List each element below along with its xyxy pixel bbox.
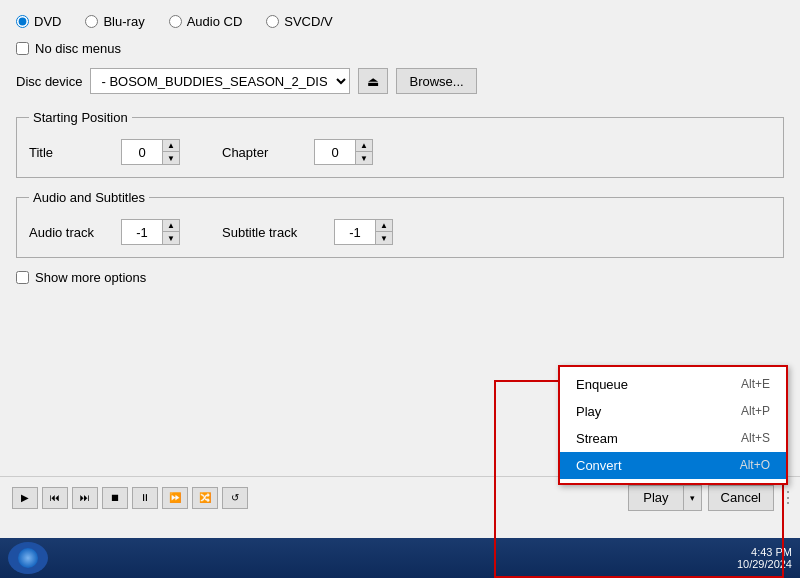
starting-position-fieldset: Starting Position Title 0 ▲ ▼ Chapter 0 …: [16, 110, 784, 178]
media-btn-7[interactable]: ↺: [222, 487, 248, 509]
show-more-checkbox[interactable]: [16, 271, 29, 284]
source-type-group: DVD Blu-ray Audio CD SVCD/V: [16, 10, 784, 29]
svcd-label: SVCD/V: [284, 14, 332, 29]
play-split-button: Play ▾: [628, 485, 701, 511]
enqueue-menu-item[interactable]: Enqueue Alt+E: [560, 371, 786, 398]
audio-cd-radio[interactable]: [169, 15, 182, 28]
play-dropdown-arrow[interactable]: ▾: [684, 485, 702, 511]
chapter-label: Chapter: [222, 145, 302, 160]
action-buttons: Enqueue Alt+E Play Alt+P Stream Alt+S Co…: [628, 485, 788, 511]
title-down-button[interactable]: ▼: [163, 152, 179, 164]
media-controls: ▶ ⏮ ⏭ ⏹ ⏸ ⏩ 🔀 ↺: [12, 487, 248, 509]
system-tray: 4:43 PM 10/29/2024: [737, 546, 792, 570]
show-more-label: Show more options: [35, 270, 146, 285]
subtitle-track-down-button[interactable]: ▼: [376, 232, 392, 244]
enqueue-shortcut: Alt+E: [741, 377, 770, 391]
media-btn-6[interactable]: 🔀: [192, 487, 218, 509]
bottom-toolbar: ▶ ⏮ ⏭ ⏹ ⏸ ⏩ 🔀 ↺ Enqueue Alt+E Play Alt+P…: [0, 476, 800, 518]
play-dropdown-label: Play: [576, 404, 741, 419]
subtitle-track-input[interactable]: -1: [335, 220, 375, 244]
show-more-row: Show more options: [16, 270, 784, 285]
audio-track-spinner-buttons: ▲ ▼: [162, 220, 179, 244]
bluray-label: Blu-ray: [103, 14, 144, 29]
subtitle-track-spinner[interactable]: -1 ▲ ▼: [334, 219, 393, 245]
no-disc-menus-label: No disc menus: [35, 41, 121, 56]
chapter-spinner[interactable]: 0 ▲ ▼: [314, 139, 373, 165]
date: 10/29/2024: [737, 558, 792, 570]
chapter-spinner-buttons: ▲ ▼: [355, 140, 372, 164]
cancel-button[interactable]: Cancel: [708, 485, 774, 511]
media-btn-3[interactable]: ⏹: [102, 487, 128, 509]
title-label: Title: [29, 145, 109, 160]
play-menu-item[interactable]: Play Alt+P: [560, 398, 786, 425]
starting-position-legend: Starting Position: [29, 110, 132, 125]
disc-device-row: Disc device - BOSOM_BUDDIES_SEASON_2_DIS…: [16, 68, 784, 94]
media-btn-1[interactable]: ⏮: [42, 487, 68, 509]
dvd-radio-item[interactable]: DVD: [16, 14, 61, 29]
media-btn-4[interactable]: ⏸: [132, 487, 158, 509]
svcd-radio[interactable]: [266, 15, 279, 28]
bluray-radio[interactable]: [85, 15, 98, 28]
subtitle-track-spinner-buttons: ▲ ▼: [375, 220, 392, 244]
audio-subtitle-row: Audio track -1 ▲ ▼ Subtitle track -1 ▲ ▼: [29, 219, 771, 245]
dropdown-menu-inner: Enqueue Alt+E Play Alt+P Stream Alt+S Co…: [560, 367, 786, 483]
audio-cd-label: Audio CD: [187, 14, 243, 29]
chapter-up-button[interactable]: ▲: [356, 140, 372, 152]
stream-menu-item[interactable]: Stream Alt+S: [560, 425, 786, 452]
clock: 4:43 PM 10/29/2024: [737, 546, 792, 570]
title-spinner[interactable]: 0 ▲ ▼: [121, 139, 180, 165]
audio-cd-radio-item[interactable]: Audio CD: [169, 14, 243, 29]
title-up-button[interactable]: ▲: [163, 140, 179, 152]
disc-device-select[interactable]: - BOSOM_BUDDIES_SEASON_2_DISC_1: [90, 68, 350, 94]
no-disc-menus-row: No disc menus: [16, 41, 784, 56]
media-btn-2[interactable]: ⏭: [72, 487, 98, 509]
convert-label: Convert: [576, 458, 740, 473]
eject-icon: ⏏: [367, 74, 379, 89]
windows-logo-icon: [18, 548, 38, 568]
chapter-down-button[interactable]: ▼: [356, 152, 372, 164]
disc-device-label: Disc device: [16, 74, 82, 89]
title-row: Title 0 ▲ ▼ Chapter 0 ▲ ▼: [29, 139, 771, 165]
audio-track-spinner[interactable]: -1 ▲ ▼: [121, 219, 180, 245]
subtitle-track-up-button[interactable]: ▲: [376, 220, 392, 232]
subtitle-track-label: Subtitle track: [222, 225, 322, 240]
enqueue-label: Enqueue: [576, 377, 741, 392]
audio-track-up-button[interactable]: ▲: [163, 220, 179, 232]
audio-track-down-button[interactable]: ▼: [163, 232, 179, 244]
title-spinner-buttons: ▲ ▼: [162, 140, 179, 164]
play-media-button[interactable]: ▶: [12, 487, 38, 509]
start-button[interactable]: [8, 542, 48, 574]
dropdown-arrow-icon: ▾: [690, 493, 695, 503]
audio-track-input[interactable]: -1: [122, 220, 162, 244]
bluray-radio-item[interactable]: Blu-ray: [85, 14, 144, 29]
title-input[interactable]: 0: [122, 140, 162, 164]
play-button[interactable]: Play: [628, 485, 683, 511]
audio-track-label: Audio track: [29, 225, 109, 240]
convert-shortcut: Alt+O: [740, 458, 770, 472]
taskbar: 4:43 PM 10/29/2024: [0, 538, 800, 578]
stream-label: Stream: [576, 431, 741, 446]
action-dropdown-menu: Enqueue Alt+E Play Alt+P Stream Alt+S Co…: [558, 365, 788, 485]
browse-button[interactable]: Browse...: [396, 68, 476, 94]
dvd-radio[interactable]: [16, 15, 29, 28]
resize-handle[interactable]: ⋮: [780, 488, 788, 507]
chapter-input[interactable]: 0: [315, 140, 355, 164]
audio-subtitles-legend: Audio and Subtitles: [29, 190, 149, 205]
stream-shortcut: Alt+S: [741, 431, 770, 445]
convert-menu-item[interactable]: Convert Alt+O: [560, 452, 786, 479]
media-btn-5[interactable]: ⏩: [162, 487, 188, 509]
time: 4:43 PM: [751, 546, 792, 558]
audio-subtitles-fieldset: Audio and Subtitles Audio track -1 ▲ ▼ S…: [16, 190, 784, 258]
play-shortcut: Alt+P: [741, 404, 770, 418]
eject-button[interactable]: ⏏: [358, 68, 388, 94]
dvd-label: DVD: [34, 14, 61, 29]
svcd-radio-item[interactable]: SVCD/V: [266, 14, 332, 29]
no-disc-menus-checkbox[interactable]: [16, 42, 29, 55]
